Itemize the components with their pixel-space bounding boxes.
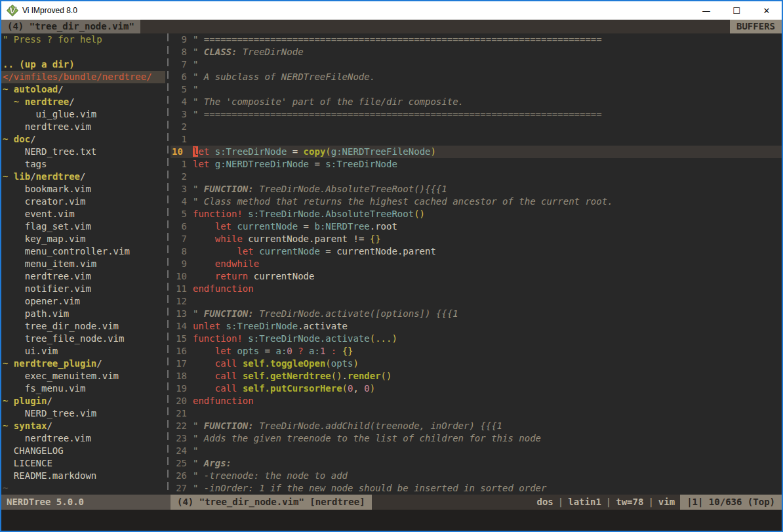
tree-file[interactable]: notifier.vim [3,283,165,295]
code-line[interactable]: 11endfunction [171,283,782,295]
code-line[interactable]: 13" FUNCTION: TreeDirNode.activate([opti… [171,308,782,320]
tree-file[interactable]: NERD_tree.txt [3,146,165,158]
tree-dir-plugin[interactable]: ~ plugin/ [3,395,165,407]
code-line[interactable]: 22" FUNCTION: TreeDirNode.addChild(treen… [171,420,782,432]
line-number: 27 [171,482,193,495]
tree-file[interactable]: ui_glue.vim [3,108,165,121]
code-line[interactable]: 19 call self.putCursorHere(0, 0) [171,382,782,395]
vim-logo-icon [7,5,18,16]
tree-dir-autoload[interactable]: ~ autoload/ [3,83,165,96]
code-line[interactable]: 15function! s:TreeDirNode.activate(...) [171,333,782,345]
code-line[interactable]: 23" Adds the given treenode to the list … [171,432,782,445]
tree-file[interactable]: nerdtree.vim [3,432,165,445]
line-number: 8 [171,46,193,58]
line-number: 9 [171,258,193,270]
tree-file[interactable]: opener.vim [3,295,165,308]
tree-file[interactable]: menu_controller.vim [3,245,165,258]
code-line[interactable]: 7 while currentNode.parent != {} [171,233,782,245]
code-line[interactable]: 18 call self.getNerdtree().render() [171,370,782,382]
line-number: 21 [171,407,193,420]
code-line[interactable]: 5function! s:TreeDirNode.AbsoluteTreeRoo… [171,208,782,220]
tab-tree-dir-node[interactable]: (4) "tree_dir_node.vim" [1,20,140,33]
tree-file[interactable]: fs_menu.vim [3,382,165,395]
titlebar: Vi IMproved 8.0 — ☐ ✕ [1,1,782,20]
tree-dir-lib-nerdtree[interactable]: ~ lib/nerdtree/ [3,171,165,183]
tree-file[interactable]: tree_file_node.vim [3,333,165,345]
tree-file[interactable]: tree_dir_node.vim [3,320,165,333]
tree-file[interactable]: exec_menuitem.vim [3,370,165,382]
tree-file[interactable]: menu_item.vim [3,258,165,270]
tree-file[interactable]: README.markdown [3,470,165,482]
statusline-separator: | [601,497,616,507]
tree-file[interactable]: LICENCE [3,457,165,470]
tree-dir-nerdtree_plugin[interactable]: ~ nerdtree_plugin/ [3,358,165,370]
tree-file[interactable]: creator.vim [3,195,165,208]
line-number: 3 [171,183,193,195]
code-line[interactable]: 14unlet s:TreeDirNode.activate [171,320,782,333]
code-line[interactable]: 3" FUNCTION: TreeDirNode.AbsoluteTreeRoo… [171,183,782,195]
code-line[interactable]: 1let g:NERDTreeDirNode = s:TreeDirNode [171,158,782,171]
code-line[interactable]: 9" =====================================… [171,33,782,46]
statusline-item: latin1 [568,497,601,507]
code-line[interactable]: 10 return currentNode [171,270,782,283]
code-line[interactable]: 8 let currentNode = currentNode.parent [171,245,782,258]
tree-file[interactable]: tags [3,158,165,171]
tree-file[interactable]: key_map.vim [3,233,165,245]
statusline-separator: | [643,497,658,507]
line-number: 1 [171,158,193,171]
tree-file[interactable]: path.vim [3,308,165,320]
line-number: 23 [171,432,193,445]
tree-up-dir[interactable]: .. (up a dir) [3,58,165,71]
tree-file[interactable]: event.vim [3,208,165,220]
code-line[interactable]: 8" CLASS: TreeDirNode [171,46,782,58]
code-line[interactable]: 26" -treenode: the node to add [171,470,782,482]
tree-file[interactable]: CHANGELOG [3,445,165,457]
code-line[interactable]: 2 [171,171,782,183]
code-line[interactable]: 1 [171,133,782,146]
content-area: " Press ? for help.. (up a dir)</vimfile… [1,33,782,495]
minimize-button[interactable]: — [691,1,721,20]
code-line[interactable]: 2 [171,121,782,133]
code-line[interactable]: 16 let opts = a:0 ? a:1 : {} [171,345,782,358]
code-line[interactable]: 5" [171,83,782,96]
tree-file[interactable]: bookmark.vim [3,183,165,195]
line-number: 25 [171,457,193,470]
code-line[interactable]: 20endfunction [171,395,782,407]
statusline-filename: (4) "tree_dir_node.vim" [nerdtree] [171,495,372,510]
code-line[interactable]: 4" Class method that returns the highest… [171,195,782,208]
tree-file[interactable]: flag_set.vim [3,220,165,233]
code-line[interactable]: 7" [171,58,782,71]
code-line[interactable]: 17 call self.toggleOpen(opts) [171,358,782,370]
tree-dir-syntax[interactable]: ~ syntax/ [3,420,165,432]
tree-file[interactable]: ui.vim [3,345,165,358]
code-line[interactable]: 21 [171,407,782,420]
tree-dir-autoload-nerdtree[interactable]: ~ nerdtree/ [3,96,165,108]
window-split-separator[interactable] [165,33,171,495]
code-line-current[interactable]: 10let s:TreeDirNode = copy(g:NERDTreeFil… [171,146,782,158]
code-line[interactable]: 25" Args: [171,457,782,470]
code-line[interactable]: 12 [171,295,782,308]
code-line[interactable]: 3" =====================================… [171,108,782,121]
code-line[interactable]: 9 endwhile [171,258,782,270]
tree-blank-line [3,46,165,58]
close-button[interactable]: ✕ [752,1,782,20]
code-line[interactable]: 24" [171,445,782,457]
tree-dir-doc[interactable]: ~ doc/ [3,133,165,146]
code-line[interactable]: 6" A subclass of NERDTreeFileNode. [171,71,782,83]
nerdtree-statusline: NERDTree 5.0.0 [1,495,171,510]
tree-file[interactable]: nerdtree.vim [3,121,165,133]
code-line[interactable]: 27" -inOrder: 1 if the new node should b… [171,482,782,495]
line-number: 14 [171,320,193,333]
line-number: 22 [171,420,193,432]
code-line[interactable]: 6 let currentNode = b:NERDTree.root [171,220,782,233]
line-number: 17 [171,358,193,370]
line-number: 7 [171,233,193,245]
maximize-button[interactable]: ☐ [721,1,752,20]
tree-file[interactable]: NERD_tree.vim [3,407,165,420]
line-number: 18 [171,370,193,382]
code-line[interactable]: 4" The 'composite' part of the file/dir … [171,96,782,108]
tree-root[interactable]: </vimfiles/bundle/nerdtree/ [1,71,165,83]
tree-file[interactable]: nerdtree.vim [3,270,165,283]
nerdtree-pane[interactable]: " Press ? for help.. (up a dir)</vimfile… [1,33,165,495]
editor-pane[interactable]: 9" =====================================… [171,33,782,495]
